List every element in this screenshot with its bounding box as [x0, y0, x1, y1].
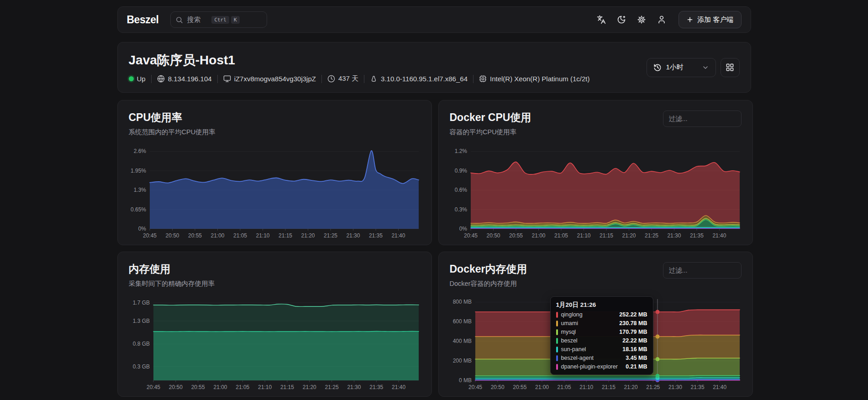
chart-title: 内存使用	[129, 262, 421, 276]
divider	[364, 75, 364, 83]
svg-text:21:30: 21:30	[347, 384, 361, 390]
svg-text:20:55: 20:55	[513, 384, 526, 390]
history-icon	[653, 63, 662, 72]
clock-icon	[327, 75, 335, 83]
tooltip-row: umami230.78 MB	[556, 320, 647, 326]
svg-text:21:10: 21:10	[577, 232, 590, 239]
docker-memory-usage-chart[interactable]: 0 MB200 MB400 MB600 MB800 MB20:4520:5020…	[450, 295, 742, 392]
series-name: sun-panel	[561, 346, 586, 353]
svg-text:21:15: 21:15	[599, 232, 613, 239]
docker-cpu-usage-chart[interactable]: 0%0.3%0.6%0.9%1.2%20:4520:5020:5521:0021…	[450, 144, 742, 241]
host-kernel-text: 3.10.0-1160.95.1.el7.x86_64	[381, 75, 468, 83]
layout-grid-button[interactable]	[721, 58, 740, 77]
host-uptime-text: 437 天	[338, 74, 358, 83]
add-system-button[interactable]: 添加 客户端	[679, 11, 741, 28]
host-header: Java陈序员-Host1 Up 8.134.196.104 iZ7xv8mog…	[117, 42, 751, 93]
divider	[151, 75, 152, 83]
tooltip-row: mysql170.79 MB	[556, 329, 647, 335]
svg-text:21:30: 21:30	[346, 232, 360, 239]
svg-text:20:50: 20:50	[490, 384, 504, 390]
svg-text:21:05: 21:05	[554, 232, 568, 239]
moon-star-icon	[617, 15, 626, 24]
add-system-label: 添加 客户端	[697, 16, 733, 24]
series-color-marker	[556, 312, 558, 318]
kbd-ctrl: Ctrl	[211, 16, 229, 24]
navbar: Beszel 搜索 Ctrl K 添加 客户端	[117, 6, 751, 33]
svg-text:1.7 GB: 1.7 GB	[132, 300, 149, 306]
series-name: beszel-agent	[561, 355, 594, 361]
user-button[interactable]	[653, 11, 670, 28]
svg-text:1.3 GB: 1.3 GB	[132, 318, 149, 324]
svg-text:21:20: 21:20	[301, 232, 315, 239]
settings-button[interactable]	[633, 11, 650, 28]
svg-text:21:25: 21:25	[646, 384, 660, 390]
svg-text:21:05: 21:05	[236, 384, 249, 390]
chart-card-memory: 内存使用 采集时间下的精确内存使用率 0.3 GB0.8 GB1.3 GB1.7…	[117, 252, 432, 397]
navbar-actions: 添加 客户端	[593, 11, 741, 28]
svg-text:21:15: 21:15	[601, 384, 615, 390]
host-status: Up	[129, 75, 146, 83]
page: Beszel 搜索 Ctrl K 添加 客户端	[117, 0, 751, 397]
chart-title: CPU使用率	[129, 111, 421, 125]
series-color-marker	[556, 347, 558, 353]
user-icon	[657, 15, 666, 24]
svg-text:21:00: 21:00	[210, 232, 224, 239]
svg-text:21:25: 21:25	[325, 384, 338, 390]
svg-text:21:35: 21:35	[689, 232, 703, 239]
svg-text:200 MB: 200 MB	[452, 358, 471, 364]
tooltip-row: qinglong252.22 MB	[556, 311, 647, 318]
theme-toggle-button[interactable]	[613, 11, 630, 28]
time-range-select[interactable]: 1小时	[647, 58, 716, 77]
svg-text:20:55: 20:55	[188, 232, 201, 239]
series-name: qinglong	[561, 311, 583, 318]
svg-text:20:55: 20:55	[191, 384, 205, 390]
svg-text:0.9%: 0.9%	[454, 168, 467, 174]
series-value: 170.79 MB	[619, 329, 647, 335]
search-box[interactable]: 搜索 Ctrl K	[170, 11, 267, 28]
svg-text:21:25: 21:25	[323, 232, 337, 239]
svg-text:0.3%: 0.3%	[454, 206, 467, 213]
svg-text:400 MB: 400 MB	[452, 338, 471, 344]
host-hostname-text: iZ7xv8mogva854vg30j3jpZ	[234, 75, 316, 83]
svg-text:21:10: 21:10	[256, 232, 269, 239]
svg-text:21:25: 21:25	[644, 232, 658, 239]
search-icon	[175, 16, 183, 24]
series-value: 18.16 MB	[622, 346, 647, 353]
svg-text:1.3%: 1.3%	[133, 187, 146, 193]
gear-icon	[637, 15, 646, 24]
app-logo[interactable]: Beszel	[127, 14, 159, 26]
svg-text:21:35: 21:35	[368, 232, 382, 239]
layout-grid-icon	[726, 63, 734, 72]
chart-header: 内存使用 采集时间下的精确内存使用率	[129, 262, 421, 288]
host-cpu-model-text: Intel(R) Xeon(R) Platinum (1c/2t)	[490, 75, 589, 83]
svg-text:0.6%: 0.6%	[454, 187, 467, 193]
svg-text:20:45: 20:45	[463, 232, 477, 239]
cpu-chip-icon	[479, 75, 487, 83]
language-button[interactable]	[593, 11, 610, 28]
host-title: Java陈序员-Host1	[129, 52, 590, 69]
series-name: beszel	[561, 337, 578, 344]
divider	[217, 75, 218, 83]
time-range-value: 1小时	[666, 63, 684, 72]
series-value: 3.45 MB	[626, 355, 647, 361]
svg-text:20:45: 20:45	[468, 384, 482, 390]
docker-cpu-filter-input[interactable]	[663, 111, 742, 127]
tooltip-row: beszel-agent3.45 MB	[556, 355, 647, 361]
svg-text:21:40: 21:40	[392, 384, 405, 390]
status-dot	[129, 76, 134, 81]
monitor-icon	[223, 75, 231, 83]
host-uptime: 437 天	[327, 74, 358, 83]
chart-subtitle: 系统范围内的平均CPU使用率	[129, 128, 421, 137]
host-ip-text: 8.134.196.104	[168, 75, 212, 83]
svg-text:21:00: 21:00	[535, 384, 548, 390]
chart-grid: CPU使用率 系统范围内的平均CPU使用率 0%0.65%1.3%1.95%2.…	[117, 100, 751, 397]
memory-usage-chart[interactable]: 0.3 GB0.8 GB1.3 GB1.7 GB20:4520:5020:552…	[129, 295, 421, 392]
svg-text:1.95%: 1.95%	[130, 168, 146, 174]
svg-text:20:45: 20:45	[146, 384, 160, 390]
cpu-usage-chart[interactable]: 0%0.65%1.3%1.95%2.6%20:4520:5020:5521:00…	[129, 144, 421, 241]
svg-text:21:05: 21:05	[557, 384, 571, 390]
host-ip: 8.134.196.104	[157, 75, 212, 83]
host-meta-row: Up 8.134.196.104 iZ7xv8mogva854vg30j3jpZ…	[129, 74, 590, 83]
plus-icon	[686, 16, 694, 23]
docker-memory-filter-input[interactable]	[663, 262, 742, 279]
